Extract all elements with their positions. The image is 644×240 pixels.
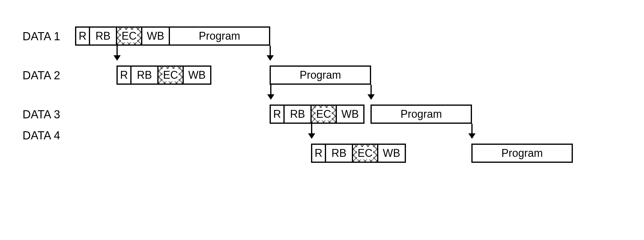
label-data4: DATA 4 <box>23 129 60 142</box>
arrow-d3rb-d4r <box>311 124 312 138</box>
d3-ec: EC <box>310 105 337 124</box>
d1-ec: EC <box>116 26 142 46</box>
d3-r: R <box>270 105 285 124</box>
d1-wb: WB <box>141 26 170 46</box>
arrow-d3prog-d4prog <box>471 124 473 138</box>
d2-rb: RB <box>130 65 159 85</box>
label-data1: DATA 1 <box>23 30 60 43</box>
d1-rb: RB <box>89 26 117 46</box>
d4-program: Program <box>471 144 573 163</box>
arrow-d2prog-d3r <box>270 85 271 99</box>
d3-wb: WB <box>336 105 364 124</box>
d4-r: R <box>311 144 326 163</box>
arrow-d2prog-d3prog <box>370 85 372 99</box>
arrow-d1rb-d2r <box>116 46 118 60</box>
pipeline-diagram: DATA 1 DATA 2 DATA 3 DATA 4 R RB EC WB P… <box>0 0 644 240</box>
label-data2: DATA 2 <box>23 69 60 82</box>
d1-program: Program <box>169 26 270 46</box>
d2-ec: EC <box>157 65 184 85</box>
d2-wb: WB <box>183 65 211 85</box>
d4-ec: EC <box>352 144 378 163</box>
d1-r: R <box>75 26 90 46</box>
d2-r: R <box>116 65 132 85</box>
d4-rb: RB <box>325 144 353 163</box>
d3-rb: RB <box>283 105 312 124</box>
d4-wb: WB <box>377 144 406 163</box>
label-data3: DATA 3 <box>23 108 60 121</box>
d2-program: Program <box>270 65 371 85</box>
arrow-d1prog-d2prog <box>270 46 271 60</box>
d3-program: Program <box>370 105 472 124</box>
